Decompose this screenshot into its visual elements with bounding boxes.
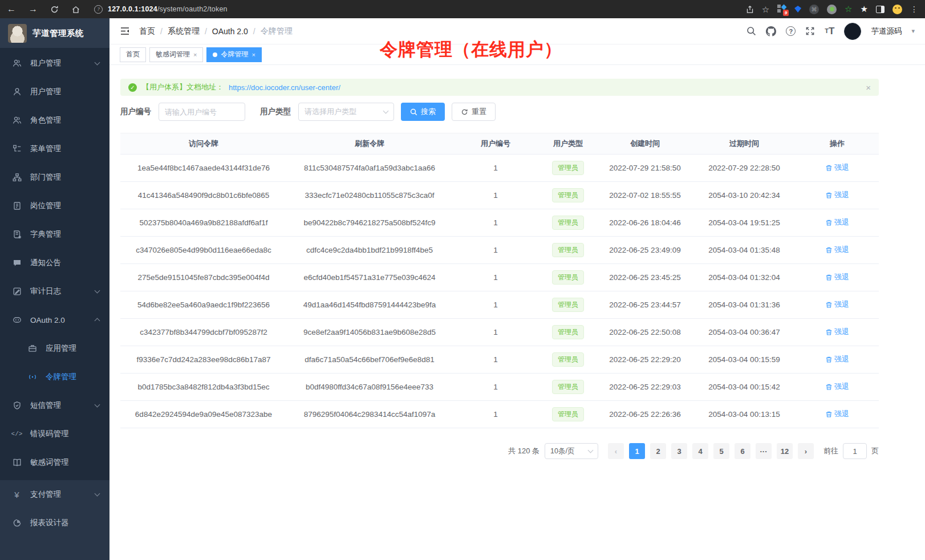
recorder-extension-icon[interactable]	[827, 5, 837, 14]
sidebar-item-sms[interactable]: 短信管理	[0, 391, 109, 420]
sidebar-item-sensitive-word[interactable]: 敏感词管理	[0, 448, 109, 477]
page-button-12[interactable]: 12	[777, 443, 793, 459]
share-icon	[746, 5, 754, 14]
sidebar-item-user[interactable]: 用户管理	[0, 78, 109, 106]
page-button-1[interactable]: 1	[629, 443, 645, 459]
close-icon[interactable]: ×	[251, 51, 255, 58]
side-panel-button[interactable]	[876, 6, 885, 13]
sidebar-item-app-manage[interactable]: 应用管理	[0, 334, 109, 363]
page-button-6[interactable]: 6	[735, 443, 750, 459]
expires-cell: 2054-03-04 00:15:59	[693, 355, 796, 364]
fullscreen-button[interactable]	[805, 26, 815, 36]
sidebar-item-notice[interactable]: 通知公告	[0, 249, 109, 277]
sidebar-item-tenant[interactable]: 租户管理	[0, 49, 109, 78]
org-tree-icon	[12, 173, 22, 182]
revoke-button[interactable]: 强退	[825, 409, 849, 419]
trash-icon	[825, 328, 833, 336]
refresh-token-cell: b0df4980ffd34c67a08f9156e4eee733	[287, 383, 452, 391]
command-extension-icon[interactable]: ⌘	[809, 5, 819, 14]
revoke-button[interactable]: 强退	[825, 163, 849, 173]
browser-forward-button[interactable]: →	[29, 5, 38, 14]
prev-page-button[interactable]: ‹	[608, 443, 624, 459]
revoke-button[interactable]: 强退	[825, 217, 849, 228]
browser-menu-button[interactable]: ⋮	[910, 5, 918, 14]
doc-link[interactable]: https://doc.iocoder.cn/user-center/	[229, 83, 340, 92]
search-submit-button[interactable]: 搜索	[401, 103, 445, 121]
page-button-3[interactable]: 3	[671, 443, 687, 459]
page-ellipsis-button[interactable]: ···	[756, 443, 772, 459]
tab-home[interactable]: 首页	[120, 47, 146, 62]
table-row: 502375b8040a469a9b82188afdf6af1f be90422…	[120, 209, 879, 237]
user-id-input[interactable]	[159, 103, 245, 121]
revoke-button[interactable]: 强退	[825, 299, 849, 310]
expires-cell: 2054-03-04 00:36:47	[693, 328, 796, 336]
app-logo[interactable]: 芋道管理系统	[0, 18, 109, 48]
revoke-button[interactable]: 强退	[825, 382, 849, 392]
user-id-cell: 1	[452, 191, 539, 200]
browser-back-button[interactable]: ←	[7, 5, 16, 14]
expires-cell: 2054-03-04 19:51:25	[693, 218, 796, 227]
site-info-icon[interactable]: ?	[94, 5, 103, 14]
reset-button[interactable]: 重置	[452, 103, 496, 121]
next-page-button[interactable]: ›	[798, 443, 814, 459]
sidebar-item-dict[interactable]: 字典管理	[0, 220, 109, 249]
gem-extension-icon[interactable]	[794, 6, 801, 13]
sidebar-item-report-designer[interactable]: 报表设计器	[0, 509, 109, 537]
user-id-cell: 1	[452, 218, 539, 227]
bookmark-star-button[interactable]: ☆	[762, 5, 769, 14]
sidebar-item-audit-log[interactable]: 审计日志	[0, 277, 109, 306]
browser-reload-button[interactable]	[50, 5, 59, 14]
pinwheel-extension-icon[interactable]: ★	[861, 4, 868, 14]
help-button[interactable]: ?	[786, 26, 796, 36]
sidebar-item-post[interactable]: 岗位管理	[0, 192, 109, 220]
revoke-button[interactable]: 强退	[825, 354, 849, 364]
breadcrumb-oauth2[interactable]: OAuth 2.0	[212, 27, 248, 36]
sidebar-item-menu[interactable]: 菜单管理	[0, 135, 109, 163]
sidebar-item-payment[interactable]: ¥ 支付管理	[0, 480, 109, 509]
share-button[interactable]	[746, 5, 754, 14]
user-id-cell: 1	[452, 410, 539, 419]
doc-alert: ✓ 【用户体系】文档地址： https://doc.iocoder.cn/use…	[120, 79, 879, 96]
search-button[interactable]	[747, 26, 756, 36]
page-button-5[interactable]: 5	[713, 443, 729, 459]
sidebar-item-error-code[interactable]: </> 错误码管理	[0, 420, 109, 448]
fullscreen-icon	[805, 26, 815, 36]
revoke-button[interactable]: 强退	[825, 190, 849, 200]
refresh-token-cell: cdfc4ce9c2da4bb1bdf21b9918ff4be5	[287, 246, 452, 254]
sidebar-item-token-manage[interactable]: 令牌管理	[0, 363, 109, 391]
breadcrumb-system[interactable]: 系统管理	[168, 26, 200, 36]
green-star-extension-icon[interactable]: ☆	[845, 4, 852, 14]
chevron-down-icon[interactable]: ▾	[911, 27, 915, 35]
sidebar-menu: 租户管理 用户管理 角色管理 菜单管理 部门管理 岗位管理	[0, 48, 109, 480]
page-button-2[interactable]: 2	[650, 443, 666, 459]
sidebar-item-dept[interactable]: 部门管理	[0, 163, 109, 192]
alert-close-icon[interactable]: ×	[866, 83, 871, 92]
sidebar-item-oauth2[interactable]: OAuth 2.0	[0, 306, 109, 334]
github-button[interactable]	[766, 26, 776, 36]
sidebar-fold-button[interactable]	[120, 26, 130, 36]
logo-image	[8, 24, 27, 43]
revoke-button[interactable]: 强退	[825, 327, 849, 337]
font-size-button[interactable]: TT	[825, 26, 834, 36]
address-bar[interactable]: ? 127.0.0.1:1024/system/oauth2/token	[94, 5, 746, 14]
breadcrumb-home[interactable]: 首页	[139, 26, 155, 36]
yen-icon: ¥	[12, 490, 22, 500]
user-type-select[interactable]: 请选择用户类型	[298, 103, 394, 121]
user-avatar[interactable]	[844, 23, 861, 40]
close-icon[interactable]: ×	[193, 51, 197, 58]
tab-sensitive-word[interactable]: 敏感词管理 ×	[149, 47, 203, 62]
total-count: 共 120 条	[508, 446, 539, 456]
page-button-4[interactable]: 4	[692, 443, 708, 459]
chevron-down-icon	[95, 402, 100, 408]
extension-grid-icon[interactable]: 9	[777, 5, 786, 14]
refresh-token-cell: 811c530487574fa0af1a59d3abc1aa66	[287, 164, 452, 172]
page-size-select[interactable]: 10条/页	[545, 443, 598, 459]
revoke-button[interactable]: 强退	[825, 245, 849, 255]
sidebar-item-role[interactable]: 角色管理	[0, 106, 109, 135]
tab-token-manage[interactable]: 令牌管理 ×	[206, 47, 261, 62]
browser-home-button[interactable]	[71, 5, 80, 14]
username[interactable]: 芋道源码	[871, 26, 902, 36]
profile-avatar-icon[interactable]	[892, 5, 902, 14]
revoke-button[interactable]: 强退	[825, 272, 849, 282]
goto-page-input[interactable]	[843, 443, 867, 459]
